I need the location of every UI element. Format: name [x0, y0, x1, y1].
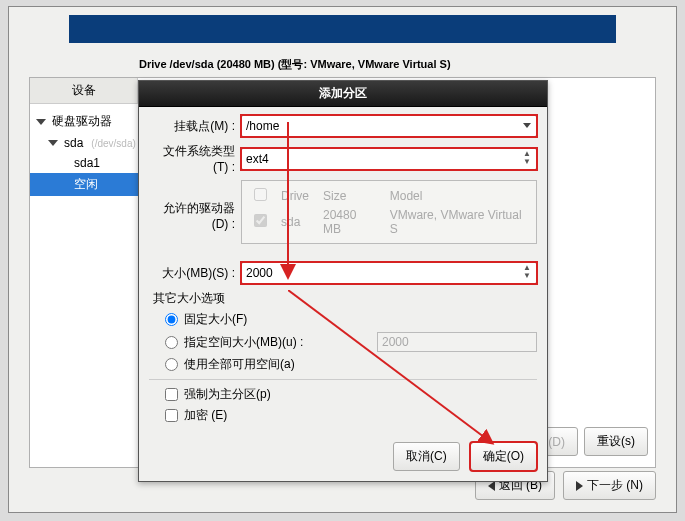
- arrow-right-icon: [576, 481, 583, 491]
- fstype-combo[interactable]: ▲▼: [241, 148, 537, 170]
- radio-all-space[interactable]: 使用全部可用空间(a): [165, 356, 537, 373]
- checkbox-primary[interactable]: 强制为主分区(p): [165, 386, 537, 403]
- radio-upto-label: 指定空间大小(MB)(u) :: [184, 334, 303, 351]
- chevron-down-icon: [48, 140, 58, 146]
- primary-checkbox-label: 强制为主分区(p): [184, 386, 271, 403]
- drive-title: Drive /dev/sda (20480 MB) (型号: VMware, V…: [139, 57, 656, 72]
- next-button[interactable]: 下一步 (N): [563, 471, 656, 500]
- size-field[interactable]: ▲▼: [241, 262, 537, 284]
- tree-sda1[interactable]: sda1: [30, 153, 138, 173]
- tree-root[interactable]: 硬盘驱动器: [30, 110, 138, 133]
- spinner-icon: ▲▼: [523, 264, 531, 280]
- dialog-footer: 取消(C) 确定(O): [139, 436, 547, 481]
- drives-header-model: Model: [384, 187, 530, 205]
- ok-button[interactable]: 确定(O): [470, 442, 537, 471]
- size-label: 大小(MB)(S) :: [149, 265, 241, 282]
- tree-sda-sub: (/dev/sda): [91, 138, 135, 149]
- mount-label: 挂载点(M) :: [149, 118, 241, 135]
- divider: [149, 379, 537, 380]
- fstype-label: 文件系统类型(T) :: [149, 143, 241, 174]
- device-sidebar: 设备 硬盘驱动器 sda (/dev/sda) sda1 空闲: [30, 78, 138, 196]
- header-banner: [69, 15, 616, 43]
- tree-sda-label: sda: [64, 136, 83, 150]
- tree-sda[interactable]: sda (/dev/sda): [30, 133, 138, 153]
- drive-row-name: sda: [275, 207, 315, 237]
- radio-fixed-size[interactable]: 固定大小(F): [165, 311, 537, 328]
- radio-upto-size[interactable]: 指定空间大小(MB)(u) :: [165, 332, 537, 352]
- radio-fixed-label: 固定大小(F): [184, 311, 247, 328]
- drives-select-all-checkbox: [254, 188, 267, 201]
- dialog-title: 添加分区: [139, 81, 547, 107]
- panel-footer-buttons: (D) 重设(s): [535, 427, 648, 456]
- other-size-label: 其它大小选项: [153, 290, 537, 307]
- drive-row-size: 20480 MB: [317, 207, 382, 237]
- next-label: 下一步 (N): [587, 477, 643, 494]
- device-tree: 硬盘驱动器 sda (/dev/sda) sda1 空闲: [30, 104, 138, 196]
- tree-sda1-label: sda1: [74, 156, 100, 170]
- chevron-down-icon: [523, 123, 531, 128]
- drive-row-checkbox: [254, 214, 267, 227]
- reset-button[interactable]: 重设(s): [584, 427, 648, 456]
- tree-root-label: 硬盘驱动器: [52, 113, 112, 130]
- sidebar-header: 设备: [30, 78, 138, 104]
- drives-header-size: Size: [317, 187, 382, 205]
- dialog-body: 挂载点(M) : 文件系统类型(T) : ▲▼ 允许的驱动器(D) :: [139, 107, 547, 436]
- cancel-button[interactable]: 取消(C): [393, 442, 460, 471]
- upto-size-input: [377, 332, 537, 352]
- drives-header-drive: Drive: [275, 187, 315, 205]
- chevron-down-icon: [36, 119, 46, 125]
- tree-free-label: 空闲: [74, 176, 98, 193]
- arrow-left-icon: [488, 481, 495, 491]
- primary-checkbox-input[interactable]: [165, 388, 178, 401]
- tree-free[interactable]: 空闲: [30, 173, 138, 196]
- radio-all-label: 使用全部可用空间(a): [184, 356, 295, 373]
- fstype-input[interactable]: [241, 148, 537, 170]
- mount-point-input[interactable]: [241, 115, 537, 137]
- add-partition-dialog: 添加分区 挂载点(M) : 文件系统类型(T) : ▲▼ 允许的驱动器(D) :: [138, 80, 548, 482]
- radio-upto-input[interactable]: [165, 336, 178, 349]
- checkbox-encrypt[interactable]: 加密 (E): [165, 407, 537, 424]
- drive-row-model: VMware, VMware Virtual S: [384, 207, 530, 237]
- spinner-icon: ▲▼: [523, 150, 531, 166]
- size-input[interactable]: [241, 262, 537, 284]
- radio-all-input[interactable]: [165, 358, 178, 371]
- encrypt-checkbox-input[interactable]: [165, 409, 178, 422]
- encrypt-checkbox-label: 加密 (E): [184, 407, 227, 424]
- drives-label: 允许的驱动器(D) :: [149, 180, 241, 231]
- allowed-drives-box: Drive Size Model sda 20480 MB VMware, VM…: [241, 180, 537, 244]
- mount-point-combo[interactable]: [241, 115, 537, 137]
- radio-fixed-input[interactable]: [165, 313, 178, 326]
